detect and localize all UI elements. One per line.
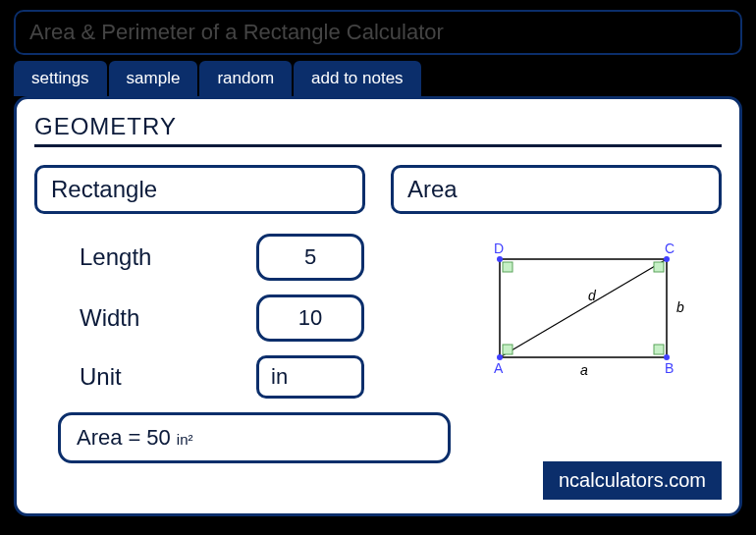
result-value: 50 xyxy=(146,425,170,451)
width-label: Width xyxy=(80,304,256,332)
svg-text:B: B xyxy=(665,360,674,376)
svg-text:A: A xyxy=(494,360,504,376)
svg-text:D: D xyxy=(494,241,504,256)
svg-text:b: b xyxy=(676,299,684,315)
inputs-column: Length 5 Width 10 Unit in Area = 50 in² xyxy=(34,234,451,463)
svg-point-6 xyxy=(497,256,503,262)
tab-sample[interactable]: sample xyxy=(109,61,198,96)
svg-line-1 xyxy=(500,259,667,357)
brand-badge: ncalculators.com xyxy=(543,461,722,500)
result-display: Area = 50 in² xyxy=(58,412,451,463)
calculator-panel: GEOMETRY Rectangle Area Length 5 Width 1… xyxy=(14,96,742,516)
tabs: settings sample random add to notes xyxy=(14,61,742,96)
width-input[interactable]: 10 xyxy=(256,294,364,342)
length-input[interactable]: 5 xyxy=(256,234,364,281)
svg-rect-4 xyxy=(503,345,513,354)
unit-label: Unit xyxy=(80,363,256,391)
svg-text:a: a xyxy=(580,362,588,378)
svg-text:d: d xyxy=(588,288,597,303)
svg-rect-3 xyxy=(654,262,664,272)
diagram: D C A B a b d xyxy=(470,234,722,463)
calculation-select[interactable]: Area xyxy=(391,165,722,214)
svg-rect-2 xyxy=(503,262,513,272)
svg-rect-5 xyxy=(654,345,664,354)
result-equals: = xyxy=(128,425,140,451)
unit-select[interactable]: in xyxy=(256,355,364,399)
tab-settings[interactable]: settings xyxy=(14,61,107,96)
result-label: Area xyxy=(77,425,122,451)
svg-text:C: C xyxy=(665,241,675,256)
panel-heading: GEOMETRY xyxy=(34,113,722,147)
tab-add-to-notes[interactable]: add to notes xyxy=(294,61,421,96)
rectangle-diagram: D C A B a b d xyxy=(470,240,696,397)
svg-point-7 xyxy=(664,256,670,262)
page-title: Area & Perimeter of a Rectangle Calculat… xyxy=(14,10,742,55)
tab-random[interactable]: random xyxy=(199,61,292,96)
result-unit: in² xyxy=(177,431,193,448)
length-label: Length xyxy=(80,243,256,271)
shape-select[interactable]: Rectangle xyxy=(34,165,365,214)
